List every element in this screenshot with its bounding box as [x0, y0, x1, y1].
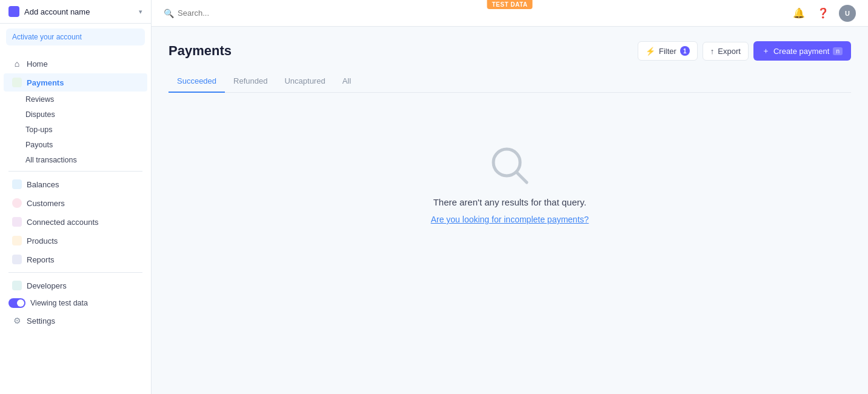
connected-accounts-label: Connected accounts	[27, 218, 99, 227]
disputes-label: Disputes	[25, 110, 55, 119]
create-payment-shortcut: n	[833, 47, 843, 55]
tab-refunded[interactable]: Refunded	[225, 70, 276, 93]
developers-label: Developers	[27, 281, 67, 290]
create-payment-button[interactable]: ＋ Create payment n	[753, 41, 851, 61]
filter-label: Filter	[659, 47, 676, 56]
svg-line-1	[517, 173, 527, 182]
search-input[interactable]	[178, 8, 406, 18]
payments-label: Payments	[27, 78, 64, 87]
incomplete-payments-link[interactable]: Are you looking for incomplete payments?	[431, 215, 589, 224]
sidebar-divider-1	[8, 171, 142, 172]
balances-label: Balances	[27, 180, 59, 189]
export-label: Export	[718, 47, 741, 56]
sidebar-item-balances[interactable]: Balances	[4, 175, 147, 193]
tab-all[interactable]: All	[334, 70, 359, 93]
help-icon[interactable]: ❓	[815, 5, 832, 22]
settings-label: Settings	[27, 316, 55, 326]
sidebar-item-payments[interactable]: Payments	[4, 73, 147, 92]
products-icon	[12, 236, 22, 245]
developers-icon	[12, 281, 22, 290]
search-bar: 🔍	[164, 8, 406, 18]
create-payment-label: Create payment	[773, 47, 830, 56]
home-icon: ⌂	[12, 59, 22, 68]
sidebar-subitem-payouts[interactable]: Payouts	[4, 138, 147, 152]
viewing-test-data-row[interactable]: Viewing test data	[0, 295, 151, 311]
chevron-down-icon: ▾	[139, 8, 142, 16]
sidebar-subitem-all-transactions[interactable]: All transactions	[4, 153, 147, 167]
sidebar-subitem-disputes[interactable]: Disputes	[4, 107, 147, 122]
tabs-bar: Succeeded Refunded Uncaptured All	[169, 70, 851, 93]
sidebar-item-connected-accounts[interactable]: Connected accounts	[4, 213, 147, 231]
filter-count-badge: 1	[680, 46, 690, 56]
balances-icon	[12, 179, 22, 189]
test-data-badge: TEST DATA	[487, 0, 532, 9]
filter-icon: ⚡	[646, 47, 655, 56]
topups-label: Top-ups	[25, 125, 52, 134]
empty-state: There aren't any results for that query.…	[169, 93, 851, 273]
topbar: 🔍 TEST DATA 🔔 ❓ U	[152, 0, 868, 27]
test-data-toggle[interactable]	[8, 298, 25, 308]
avatar[interactable]: U	[839, 5, 856, 22]
sidebar: Add account name ▾ Activate your account…	[0, 0, 152, 394]
sidebar-item-products[interactable]: Products	[4, 232, 147, 250]
sidebar-subitem-reviews[interactable]: Reviews	[4, 92, 147, 107]
plus-icon: ＋	[762, 45, 770, 56]
account-selector[interactable]: Add account name ▾	[0, 0, 151, 24]
connected-accounts-icon	[12, 217, 22, 227]
customers-label: Customers	[27, 199, 65, 208]
reports-icon	[12, 255, 22, 264]
all-transactions-label: All transactions	[25, 156, 77, 164]
reports-label: Reports	[27, 255, 55, 264]
header-actions: ⚡ Filter 1 ↑ Export ＋ Create payment n	[638, 41, 851, 61]
toggle-knob	[17, 299, 24, 307]
activate-account-label: Activate your account	[12, 33, 82, 41]
payouts-label: Payouts	[25, 141, 53, 149]
sidebar-item-reports[interactable]: Reports	[4, 250, 147, 269]
account-name-label: Add account name	[24, 7, 134, 16]
sidebar-item-customers[interactable]: Customers	[4, 194, 147, 212]
tab-succeeded-label: Succeeded	[177, 76, 216, 85]
empty-title: There aren't any results for that query.	[433, 197, 587, 207]
settings-icon: ⚙	[12, 316, 22, 326]
sidebar-item-developers[interactable]: Developers	[4, 276, 147, 295]
products-label: Products	[27, 236, 58, 245]
home-label: Home	[27, 59, 48, 68]
sidebar-nav: ⌂ Home Payments Reviews Disputes Top-ups…	[0, 50, 151, 394]
tab-succeeded[interactable]: Succeeded	[169, 70, 225, 93]
sidebar-divider-2	[8, 272, 142, 273]
viewing-test-label: Viewing test data	[30, 299, 88, 307]
notifications-icon[interactable]: 🔔	[790, 5, 807, 22]
tab-all-label: All	[342, 76, 351, 85]
page-title: Payments	[169, 43, 232, 59]
customers-icon	[12, 198, 22, 208]
reviews-label: Reviews	[25, 95, 54, 104]
sidebar-item-settings[interactable]: ⚙ Settings	[4, 312, 147, 330]
payments-icon	[12, 78, 22, 87]
search-icon: 🔍	[164, 8, 174, 18]
export-icon: ↑	[710, 47, 715, 56]
export-button[interactable]: ↑ Export	[703, 42, 749, 61]
tab-uncaptured[interactable]: Uncaptured	[276, 70, 333, 93]
main-area: 🔍 TEST DATA 🔔 ❓ U Payments ⚡ Filter 1 ↑ …	[152, 0, 868, 394]
activate-account-banner[interactable]: Activate your account	[6, 28, 145, 45]
tab-uncaptured-label: Uncaptured	[284, 76, 325, 85]
topbar-right: 🔔 ❓ U	[790, 5, 856, 22]
empty-search-icon	[486, 141, 534, 190]
content-area: Payments ⚡ Filter 1 ↑ Export ＋ Create pa…	[152, 27, 868, 394]
sidebar-item-home[interactable]: ⌂ Home	[4, 55, 147, 73]
tab-refunded-label: Refunded	[233, 76, 267, 85]
stripe-logo	[8, 6, 19, 17]
sidebar-subitem-topups[interactable]: Top-ups	[4, 122, 147, 137]
filter-button[interactable]: ⚡ Filter 1	[638, 41, 698, 61]
page-header: Payments ⚡ Filter 1 ↑ Export ＋ Create pa…	[169, 41, 851, 61]
